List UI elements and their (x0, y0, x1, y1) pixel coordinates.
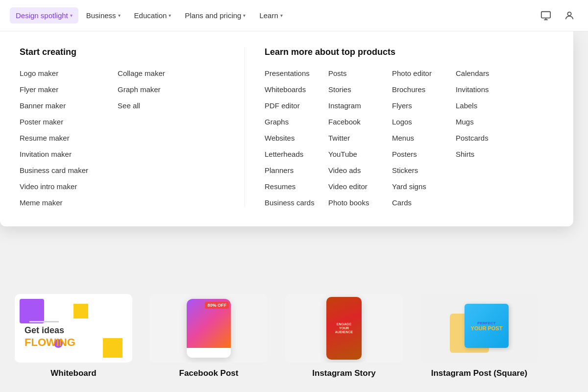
nav-learn[interactable]: Learn ▾ (253, 7, 288, 24)
link-planners[interactable]: Planners (265, 166, 318, 174)
link-business-cards[interactable]: Business cards (265, 198, 318, 207)
fb-screen: 80% OFF (187, 299, 231, 348)
link-banner-maker[interactable]: Banner maker (20, 101, 88, 110)
link-collage-maker[interactable]: Collage maker (118, 69, 165, 77)
link-logo-maker[interactable]: Logo maker (20, 69, 88, 77)
fb-bottom (187, 348, 231, 358)
link-invitations[interactable]: Invitations (456, 85, 510, 94)
link-twitter[interactable]: Twitter (328, 134, 382, 142)
link-menus[interactable]: Menus (392, 134, 446, 142)
link-graph-maker[interactable]: Graph maker (118, 85, 165, 94)
navbar: Design spotlight ▾ Business ▾ Education … (0, 0, 588, 31)
link-poster-maker[interactable]: Poster maker (20, 118, 88, 126)
learn-col-3: Photo editor Brochures Flyers Logos Menu… (392, 69, 456, 207)
link-websites[interactable]: Websites (265, 134, 318, 142)
user-icon[interactable] (561, 7, 578, 24)
nav-items: Design spotlight ▾ Business ▾ Education … (10, 7, 537, 24)
start-cols: Logo maker Flyer maker Banner maker Post… (20, 69, 225, 207)
link-flyer-maker[interactable]: Flyer maker (20, 85, 88, 94)
chevron-down-icon: ▾ (169, 13, 171, 18)
link-graphs[interactable]: Graphs (265, 118, 318, 126)
card-instagram-story[interactable]: ENGAGEYOURAUDIENCE Instagram Story (280, 294, 408, 378)
card-whiteboard[interactable]: Get ideasFLOWING Whiteboard (10, 294, 137, 378)
nav-education-label: Education (134, 11, 167, 20)
link-yard-signs[interactable]: Yard signs (392, 182, 446, 191)
shape-purple-rect (20, 299, 44, 323)
link-video-ads[interactable]: Video ads (328, 166, 382, 174)
learn-cols: Presentations Whiteboards PDF editor Gra… (265, 69, 554, 207)
link-shirts[interactable]: Shirts (456, 150, 510, 158)
whiteboard-text: Get ideasFLOWING (24, 325, 75, 349)
link-youtube[interactable]: YouTube (328, 150, 382, 158)
link-resumes[interactable]: Resumes (265, 182, 318, 191)
learn-col-1: Presentations Whiteboards PDF editor Gra… (265, 69, 328, 207)
nav-right (537, 7, 578, 24)
learn-col-4: Calendars Invitations Labels Mugs Postca… (456, 69, 519, 207)
cards-area: Get ideasFLOWING Whiteboard 80% OFF Face… (0, 289, 588, 392)
nav-plans-pricing[interactable]: Plans and pricing ▾ (179, 7, 251, 24)
link-resume-maker[interactable]: Resume maker (20, 134, 88, 142)
card-instagram-post-label: Instagram Post (Square) (431, 368, 528, 378)
link-cards[interactable]: Cards (392, 198, 446, 207)
shape-yellow-rect2 (103, 338, 122, 358)
link-business-card-maker[interactable]: Business card maker (20, 166, 88, 174)
link-labels[interactable]: Labels (456, 101, 510, 110)
link-instagram[interactable]: Instagram (328, 101, 382, 110)
fb-phone-mockup: 80% OFF (187, 299, 231, 358)
ig-screen: ENGAGEYOURAUDIENCE (326, 297, 362, 360)
nav-business-label: Business (86, 11, 116, 20)
link-photo-editor[interactable]: Photo editor (392, 69, 446, 77)
link-see-all[interactable]: See all (118, 101, 165, 110)
nav-plans-pricing-label: Plans and pricing (185, 11, 241, 20)
monitor-icon[interactable] (537, 7, 555, 24)
igp-front: PERFECT YOUR POST (465, 304, 509, 348)
link-video-intro-maker[interactable]: Video intro maker (20, 182, 88, 191)
learn-col-2: Posts Stories Instagram Facebook Twitter… (328, 69, 392, 207)
link-mugs[interactable]: Mugs (456, 118, 510, 126)
chevron-down-icon: ▾ (70, 13, 73, 18)
link-logos[interactable]: Logos (392, 118, 446, 126)
link-invitation-maker[interactable]: Invitation maker (20, 150, 88, 158)
start-col-2: Collage maker Graph maker See all (118, 69, 165, 207)
card-instagram-post[interactable]: PERFECT YOUR POST Instagram Post (Square… (416, 294, 543, 378)
ig-engage-text: ENGAGEYOURAUDIENCE (335, 322, 353, 334)
start-col-1: Logo maker Flyer maker Banner maker Post… (20, 69, 88, 207)
link-postcards[interactable]: Postcards (456, 134, 510, 142)
link-posters[interactable]: Posters (392, 150, 446, 158)
nav-education[interactable]: Education ▾ (128, 7, 177, 24)
link-photo-books[interactable]: Photo books (328, 198, 382, 207)
card-facebook-post[interactable]: 80% OFF Facebook Post (145, 294, 272, 378)
card-facebook-label: Facebook Post (179, 368, 239, 378)
chevron-down-icon: ▾ (243, 13, 245, 18)
dropdown-menu: Start creating Logo maker Flyer maker Ba… (0, 31, 573, 226)
nav-business[interactable]: Business ▾ (80, 7, 126, 24)
nav-design-spotlight[interactable]: Design spotlight ▾ (10, 7, 78, 24)
link-brochures[interactable]: Brochures (392, 85, 446, 94)
start-creating-title: Start creating (20, 47, 225, 57)
igp-book-mockup: PERFECT YOUR POST (450, 304, 509, 353)
link-calendars[interactable]: Calendars (456, 69, 510, 77)
link-video-editor[interactable]: Video editor (328, 182, 382, 191)
link-facebook[interactable]: Facebook (328, 118, 382, 126)
learn-more-title: Learn more about top products (265, 47, 554, 57)
link-stories[interactable]: Stories (328, 85, 382, 94)
shape-yellow-rect (74, 304, 88, 318)
card-instagram-story-label: Instagram Story (312, 368, 375, 378)
card-facebook-thumb: 80% OFF (150, 294, 268, 363)
link-meme-maker[interactable]: Meme maker (20, 198, 88, 207)
link-pdf-editor[interactable]: PDF editor (265, 101, 318, 110)
card-whiteboard-thumb: Get ideasFLOWING (15, 294, 132, 363)
link-stickers[interactable]: Stickers (392, 166, 446, 174)
ig-phone-mockup: ENGAGEYOURAUDIENCE (326, 297, 362, 360)
igp-perfect-text: PERFECT (477, 321, 495, 325)
shape-line (29, 321, 59, 322)
link-letterheads[interactable]: Letterheads (265, 150, 318, 158)
link-flyers[interactable]: Flyers (392, 101, 446, 110)
link-posts[interactable]: Posts (328, 69, 382, 77)
nav-design-spotlight-label: Design spotlight (16, 11, 68, 20)
link-whiteboards[interactable]: Whiteboards (265, 85, 318, 94)
nav-learn-label: Learn (259, 11, 278, 20)
link-presentations[interactable]: Presentations (265, 69, 318, 77)
card-instagram-post-thumb: PERFECT YOUR POST (420, 294, 538, 363)
fb-badge: 80% OFF (205, 302, 229, 309)
